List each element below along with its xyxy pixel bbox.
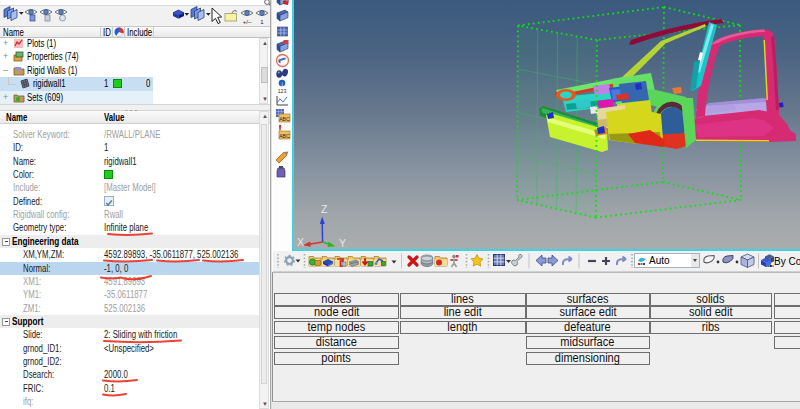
svg-text:X: X xyxy=(297,236,304,248)
svg-text:1: 1 xyxy=(260,19,264,25)
svg-text:+/–: +/– xyxy=(243,19,252,25)
svg-text:Z: Z xyxy=(321,203,328,215)
svg-text:i: i xyxy=(281,81,282,87)
svg-text:123: 123 xyxy=(278,88,287,94)
svg-text:Y: Y xyxy=(339,237,346,249)
svg-text:ABC: ABC xyxy=(279,133,290,139)
svg-text:ABC: ABC xyxy=(279,116,290,122)
